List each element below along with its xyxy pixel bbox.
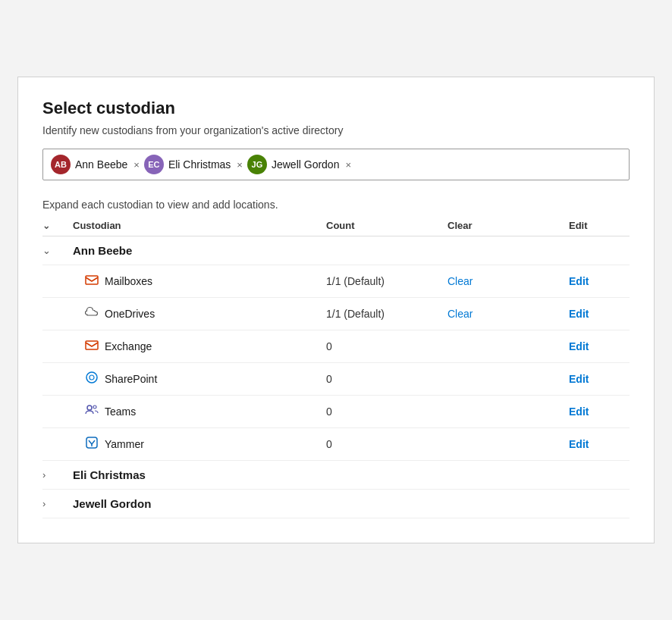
- custodian-name-2: Jewell Gordon: [73, 497, 326, 510]
- edit-link-0-1[interactable]: Edit: [569, 308, 589, 320]
- custodian-name-1: Eli Christmas: [73, 468, 326, 481]
- clear-link-0-1[interactable]: Clear: [447, 308, 473, 320]
- chip-remove-chip-ab[interactable]: ×: [133, 160, 140, 170]
- chip-chip-ec: ECEli Christmas×: [144, 155, 243, 174]
- service-row-0-3: SharePoint0Edit: [42, 363, 630, 396]
- header-count: Count: [326, 220, 447, 231]
- service-count-0-2: 0: [326, 340, 447, 352]
- service-row-0-0: Mailboxes1/1 (Default)ClearEdit: [42, 265, 630, 298]
- expand-label: Expand each custodian to view and add lo…: [42, 199, 630, 211]
- page-subtitle: Identify new custodians from your organi…: [42, 124, 630, 136]
- page-title: Select custodian: [42, 99, 630, 118]
- service-row-0-5: Yammer0Edit: [42, 428, 630, 461]
- clear-link-0-0[interactable]: Clear: [447, 275, 473, 287]
- service-icon-sharepoint: [85, 371, 99, 387]
- service-name-0: Mailboxes: [105, 275, 152, 287]
- service-icon-teams: [85, 403, 99, 420]
- header-custodian: Custodian: [73, 220, 326, 231]
- svg-point-3: [89, 375, 94, 380]
- service-count-0-4: 0: [326, 406, 447, 418]
- service-icon-exchange: [85, 338, 99, 355]
- service-icon-yammer: [85, 436, 99, 452]
- chip-name-chip-jg: Jewell Gordon: [272, 158, 340, 171]
- chip-name-chip-ab: Ann Beebe: [75, 158, 127, 171]
- chip-avatar-chip-ab: AB: [51, 155, 71, 174]
- chip-avatar-chip-ec: EC: [144, 155, 164, 174]
- service-count-0-1: 1/1 (Default): [326, 308, 447, 320]
- chip-remove-chip-ec[interactable]: ×: [237, 160, 243, 170]
- custodian-search-box[interactable]: ABAnn Beebe×ECEli Christmas×JGJewell Gor…: [42, 149, 630, 180]
- service-icon-mailbox: [85, 273, 99, 290]
- service-count-0-0: 1/1 (Default): [326, 275, 447, 287]
- svg-rect-1: [86, 341, 98, 349]
- custodian-chevron-2[interactable]: ›: [42, 498, 73, 509]
- service-name-4: Teams: [105, 406, 136, 418]
- svg-point-4: [87, 406, 92, 410]
- svg-point-2: [86, 372, 97, 383]
- chip-remove-chip-jg[interactable]: ×: [345, 160, 351, 170]
- edit-link-0-4[interactable]: Edit: [569, 406, 589, 418]
- custodian-row-2: ›Jewell Gordon: [42, 490, 630, 518]
- service-row-0-4: Teams0Edit: [42, 396, 630, 428]
- service-name-1: OneDrives: [105, 308, 155, 320]
- service-name-3: SharePoint: [105, 373, 157, 385]
- header-edit: Edit: [569, 220, 630, 231]
- custodian-row-1: ›Eli Christmas: [42, 461, 630, 490]
- service-name-5: Yammer: [105, 438, 144, 450]
- edit-link-0-5[interactable]: Edit: [569, 438, 589, 450]
- service-count-0-5: 0: [326, 438, 447, 450]
- chip-chip-jg: JGJewell Gordon×: [247, 155, 351, 174]
- custodian-chevron-1[interactable]: ›: [42, 469, 73, 481]
- header-clear: Clear: [447, 220, 569, 231]
- custodian-chevron-0[interactable]: ⌄: [42, 245, 73, 256]
- custodian-name-0: Ann Beebe: [73, 244, 326, 257]
- edit-link-0-2[interactable]: Edit: [569, 340, 589, 352]
- edit-link-0-0[interactable]: Edit: [569, 275, 589, 287]
- chip-avatar-chip-jg: JG: [247, 155, 267, 174]
- service-row-0-1: OneDrives1/1 (Default)ClearEdit: [42, 298, 630, 330]
- table-body: ⌄Ann Beebe Mailboxes1/1 (Default)ClearEd…: [42, 236, 630, 518]
- table-header: ⌄ Custodian Count Clear Edit: [42, 220, 630, 236]
- service-name-2: Exchange: [105, 340, 152, 352]
- service-icon-onedrive: [85, 305, 99, 322]
- custodian-row-0: ⌄Ann Beebe: [42, 236, 630, 265]
- service-row-0-2: Exchange0Edit: [42, 330, 630, 363]
- select-custodian-panel: Select custodian Identify new custodians…: [17, 77, 655, 543]
- svg-point-5: [93, 406, 96, 409]
- chip-chip-ab: ABAnn Beebe×: [51, 155, 140, 174]
- svg-rect-0: [86, 276, 98, 284]
- service-count-0-3: 0: [326, 373, 447, 385]
- edit-link-0-3[interactable]: Edit: [569, 373, 589, 385]
- chip-name-chip-ec: Eli Christmas: [168, 158, 231, 171]
- collapse-all-icon[interactable]: ⌄: [42, 221, 50, 231]
